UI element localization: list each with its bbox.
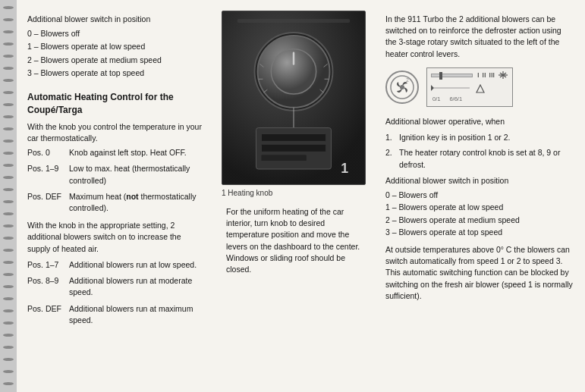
image-caption: 1 Heating knob xyxy=(222,189,366,197)
spiral-ring xyxy=(3,273,14,276)
spiral-ring xyxy=(3,6,14,9)
spiral-ring xyxy=(3,115,14,118)
outside-temp-text: At outside temperatures above 0° C the b… xyxy=(385,244,573,302)
spiral-ring xyxy=(3,67,14,70)
spiral-ring xyxy=(3,382,14,385)
position-1-9: Pos. 1–9 Low to max. heat (thermostatica… xyxy=(27,163,203,186)
center-column: 1 1 Heating knob For the uniform heating… xyxy=(214,0,373,392)
svg-marker-28 xyxy=(476,85,484,93)
page-container: Additional blower switch in position 0 –… xyxy=(0,0,585,392)
pos-1-7: Pos. 1–7 Additional blowers run at low s… xyxy=(27,259,203,271)
triangle-icon xyxy=(476,84,485,93)
pos-label: Pos. 1–7 xyxy=(27,259,69,271)
pos-8-9: Pos. 8–9 Additional blowers run at moder… xyxy=(27,275,203,298)
spiral-ring xyxy=(3,237,14,240)
spiral-ring xyxy=(3,309,14,312)
bottom-text: For the uniform heating of the car inter… xyxy=(220,197,367,275)
blower-switch-intro: Additional blower switch in position xyxy=(27,14,203,25)
svg-rect-15 xyxy=(261,133,326,141)
snowflake-icon xyxy=(498,71,508,80)
svg-marker-26 xyxy=(431,85,434,91)
spiral-ring xyxy=(3,42,14,45)
spiral-ring xyxy=(3,164,14,167)
list-num: 1. xyxy=(385,132,396,143)
spiral-ring xyxy=(3,370,14,373)
svg-point-20 xyxy=(400,85,404,89)
pos-label: Pos. 1–9 xyxy=(27,163,69,186)
list-item: 2 – Blowers operate at medium speed xyxy=(27,55,203,66)
fan-circle: 2 xyxy=(385,71,419,104)
control-panel-diagram: I II III xyxy=(426,67,513,107)
spiral-ring xyxy=(3,103,14,106)
list-item: 0 – Blowers off xyxy=(27,28,203,39)
right-blower-list: 0 – Blowers off 1 – Blowers operate at l… xyxy=(385,190,573,238)
spiral-ring xyxy=(3,200,14,203)
spiral-ring xyxy=(3,261,14,264)
svg-rect-2 xyxy=(237,19,350,23)
condition-text: The heater rotary control knob is set at… xyxy=(399,147,573,170)
additional-blower-operative: Additional blower operative, when xyxy=(385,116,573,127)
pos-text: Knob against left stop. Heat OFF. xyxy=(69,147,203,158)
spiral-ring xyxy=(3,140,14,143)
spiral-ring xyxy=(3,249,14,252)
pos-text: Maximum heat (not thermostatically contr… xyxy=(69,191,203,214)
spiral-ring xyxy=(3,188,14,191)
spiral-ring xyxy=(3,346,14,349)
section-title: Automatic Heating Control for the Coupé/… xyxy=(27,91,203,117)
svg-text:2: 2 xyxy=(406,77,409,83)
spiral-ring xyxy=(3,297,14,300)
main-content: Additional blower switch in position 0 –… xyxy=(17,0,585,392)
condition-text: Ignition key is in position 1 or 2. xyxy=(399,132,511,143)
pos-text: Additional blowers run at low speed. xyxy=(69,259,203,271)
spiral-ring xyxy=(3,18,14,21)
spiral-ring xyxy=(3,55,14,58)
pos-label: Pos. DEF xyxy=(27,303,69,326)
list-item: 1. Ignition key is in position 1 or 2. xyxy=(385,132,573,143)
svg-rect-16 xyxy=(261,144,326,152)
turbo-intro: In the 911 Turbo the 2 additional blower… xyxy=(385,14,573,60)
spiral-ring xyxy=(3,152,14,155)
spiral-ring xyxy=(3,212,14,215)
list-item: 1 – Blowers operate at low speed xyxy=(385,202,573,213)
position-def: Pos. DEF Maximum heat (not thermostatica… xyxy=(27,191,203,214)
pos-text: Low to max. heat (thermostatically contr… xyxy=(69,163,203,186)
spiral-ring xyxy=(3,127,14,130)
control-diagram: 2 I II III xyxy=(385,67,573,107)
blower-list: 0 – Blowers off 1 – Blowers operate at l… xyxy=(27,28,203,79)
list-item: 3 – Blowers operate at top speed xyxy=(27,67,203,79)
svg-rect-17 xyxy=(261,155,306,161)
list-item: 0 – Blowers off xyxy=(385,190,573,201)
conditions-list: 1. Ignition key is in position 1 or 2. 2… xyxy=(385,132,573,171)
right-column: In the 911 Turbo the 2 additional blower… xyxy=(373,0,585,392)
spiral-binding xyxy=(0,0,17,392)
list-item: 2 – Blowers operate at medium speed xyxy=(385,215,573,226)
heater-image-inner: 1 xyxy=(222,11,365,184)
pos-def: Pos. DEF Additional blowers run at maxim… xyxy=(27,303,203,326)
pos-label: Pos. DEF xyxy=(27,191,69,214)
spiral-ring xyxy=(3,358,14,361)
spiral-ring xyxy=(3,30,14,33)
fan-svg: 2 xyxy=(389,74,415,100)
spiral-ring xyxy=(3,91,14,94)
list-item: 2. The heater rotary control knob is set… xyxy=(385,147,573,170)
pos-label: Pos. 0 xyxy=(27,147,69,158)
pos-text: Additional blowers run at moderate speed… xyxy=(69,275,203,298)
pos-label: Pos. 8–9 xyxy=(27,275,69,298)
pos-text: Additional blowers run at maximum speed. xyxy=(69,303,203,326)
list-item: 1 – Blowers operate at low speed xyxy=(27,41,203,52)
list-item: 3 – Blowers operate at top speed xyxy=(385,227,573,238)
spiral-ring xyxy=(3,224,14,227)
additional-blower-intro: With the knob in the appropriate setting… xyxy=(27,220,203,255)
section-intro: With the knob you control the temperatur… xyxy=(27,121,203,144)
spiral-ring xyxy=(3,334,14,337)
heater-image: 1 xyxy=(222,11,366,185)
heater-svg: 1 xyxy=(222,11,365,185)
spiral-ring xyxy=(3,79,14,82)
position-0: Pos. 0 Knob against left stop. Heat OFF. xyxy=(27,147,203,158)
spiral-ring xyxy=(3,176,14,179)
list-num: 2. xyxy=(385,147,396,170)
svg-text:1: 1 xyxy=(341,161,348,176)
spiral-ring xyxy=(3,285,14,288)
switch-position-label: Additional blower switch in position xyxy=(385,175,573,187)
spiral-ring xyxy=(3,321,14,325)
